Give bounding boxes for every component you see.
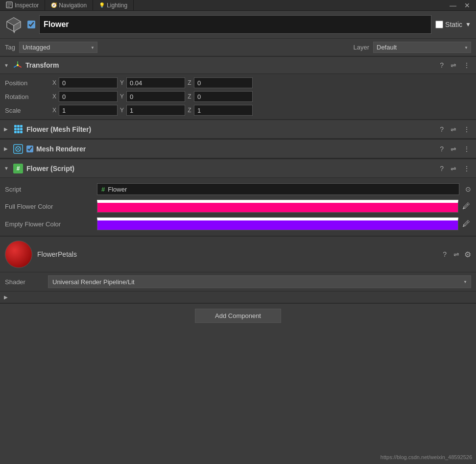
tab-navigation[interactable]: 🧭 Navigation: [45, 0, 93, 10]
rotation-axis-group: X Y Z: [51, 91, 471, 102]
mesh-renderer-header[interactable]: ▶ Mesh Renderer ? ⇌ ⋮: [0, 139, 476, 158]
empty-flower-color-wrapper: 🖉: [97, 218, 471, 230]
position-axis-group: X Y Z: [51, 77, 471, 88]
full-flower-color-swatch[interactable]: [97, 200, 458, 213]
mesh-filter-toggle: ▶: [4, 126, 10, 132]
flower-script-toggle: ▼: [4, 166, 10, 171]
position-z-input[interactable]: [194, 77, 253, 88]
inspector-header: ▼ Static ▼: [0, 11, 476, 39]
static-checkbox[interactable]: [435, 21, 443, 28]
empty-flower-color-swatch[interactable]: [97, 218, 458, 230]
flower-petals-section: FlowerPetals ? ⇌ ⚙ Shader Universal Rend…: [0, 236, 476, 303]
mesh-filter-icon: [13, 124, 24, 135]
position-label: Position: [5, 79, 49, 87]
tag-label: Tag: [5, 44, 15, 51]
mesh-renderer-settings-button[interactable]: ⇌: [449, 144, 458, 154]
script-body: Script # Flower ⊙ Full Flower Color 🖉 Em…: [0, 178, 476, 236]
shader-dropdown-wrapper[interactable]: Universal Render Pipeline/Lit: [48, 275, 471, 288]
mesh-filter-help-button[interactable]: ?: [438, 124, 446, 134]
svg-point-15: [17, 64, 19, 66]
tab-inspector[interactable]: Inspector: [0, 0, 45, 10]
script-value: # Flower: [97, 183, 459, 195]
mesh-filter-menu-button[interactable]: ⋮: [461, 124, 472, 134]
shader-select[interactable]: Universal Render Pipeline/Lit: [48, 275, 471, 288]
shader-label: Shader: [5, 278, 44, 286]
transform-section-header[interactable]: ▼ Transform ? ⇌ ⋮: [0, 56, 476, 74]
mesh-renderer-checkbox[interactable]: [26, 146, 33, 152]
add-component-button[interactable]: Add Component: [195, 309, 281, 323]
toggle-section: ▶: [0, 291, 476, 303]
minimize-button[interactable]: —: [448, 0, 458, 10]
mesh-filter-header[interactable]: ▶ Flower (Mesh Filter) ? ⇌ ⋮: [0, 119, 476, 139]
mesh-filter-actions: ? ⇌ ⋮: [438, 124, 472, 134]
transform-toggle-arrow: ▼: [4, 63, 10, 68]
transform-icon: [13, 60, 23, 70]
flower-script-icon: #: [13, 163, 24, 174]
full-flower-eyedropper[interactable]: 🖉: [461, 201, 471, 212]
tab-inspector-label: Inspector: [15, 2, 39, 9]
layer-dropdown-wrapper[interactable]: Default: [373, 42, 471, 53]
mesh-renderer-toggle: ▶: [4, 146, 10, 151]
layer-select[interactable]: Default: [373, 42, 471, 53]
transform-menu-button[interactable]: ⋮: [461, 60, 472, 70]
enable-checkbox-wrapper[interactable]: [27, 21, 35, 28]
rotation-y-label: Y: [119, 93, 125, 100]
script-target-button[interactable]: ⊙: [465, 185, 471, 193]
inspector-icon: [6, 1, 13, 9]
tab-lighting[interactable]: 💡 Lighting: [93, 0, 134, 10]
tag-dropdown-wrapper[interactable]: Untagged: [19, 42, 97, 53]
transform-settings-button[interactable]: ⇌: [449, 60, 458, 70]
empty-flower-eyedropper[interactable]: 🖉: [461, 219, 471, 229]
transform-help-button[interactable]: ?: [438, 60, 446, 70]
close-button[interactable]: ✕: [462, 0, 472, 10]
flower-script-actions: ? ⇌ ⋮: [438, 164, 472, 173]
empty-flower-color-label: Empty Flower Color: [5, 220, 93, 228]
full-flower-color-row: Full Flower Color 🖉: [0, 197, 476, 215]
transform-title: Transform: [25, 61, 435, 69]
rotation-z-input[interactable]: [194, 91, 253, 102]
add-component-section: Add Component: [0, 303, 476, 328]
scale-label: Scale: [5, 107, 49, 114]
shader-row: Shader Universal Render Pipeline/Lit: [0, 272, 476, 291]
empty-flower-color-row: Empty Flower Color 🖉: [0, 215, 476, 233]
static-label: Static: [445, 21, 462, 28]
position-y-label: Y: [119, 79, 125, 86]
flower-script-header[interactable]: ▼ # Flower (Script) ? ⇌ ⋮: [0, 158, 476, 178]
flower-petals-settings-button[interactable]: ⇌: [452, 249, 461, 259]
rotation-y-input[interactable]: [126, 91, 185, 102]
tab-lighting-label: Lighting: [107, 2, 127, 9]
flower-script-menu-button[interactable]: ⋮: [461, 164, 472, 173]
mesh-renderer-title: Mesh Renderer: [36, 145, 435, 153]
tab-navigation-label: Navigation: [59, 2, 87, 9]
script-hash-icon: #: [101, 186, 105, 193]
static-dropdown-button[interactable]: ▼: [464, 20, 472, 29]
flower-petals-help-button[interactable]: ?: [441, 249, 449, 259]
script-label: Script: [5, 186, 93, 193]
enable-checkbox[interactable]: [27, 21, 35, 28]
flower-script-settings-button[interactable]: ⇌: [449, 164, 458, 173]
tag-layer-row: Tag Untagged Layer Default: [0, 39, 476, 56]
flower-petals-actions: ? ⇌ ⚙: [441, 249, 471, 259]
position-z-label: Z: [186, 79, 193, 86]
mesh-renderer-help-button[interactable]: ?: [438, 144, 446, 154]
scale-z-input[interactable]: [194, 105, 253, 116]
object-name-input[interactable]: [39, 15, 431, 34]
flower-script-help-button[interactable]: ?: [438, 164, 446, 173]
flower-petals-gear-button[interactable]: ⚙: [464, 250, 471, 259]
svg-text:▼: ▼: [12, 30, 16, 33]
scale-y-input[interactable]: [126, 105, 185, 116]
mesh-filter-settings-button[interactable]: ⇌: [449, 124, 458, 134]
petals-toggle-button[interactable]: ▶: [4, 294, 8, 300]
position-row: Position X Y Z: [0, 76, 476, 90]
transform-actions: ? ⇌ ⋮: [438, 60, 472, 70]
mesh-renderer-actions: ? ⇌ ⋮: [438, 144, 472, 154]
scale-row: Scale X Y Z: [0, 103, 476, 117]
rotation-x-input[interactable]: [59, 91, 118, 102]
full-flower-color-label: Full Flower Color: [5, 203, 93, 210]
scale-axis-group: X Y Z: [51, 105, 471, 116]
scale-x-input[interactable]: [59, 105, 118, 116]
position-x-input[interactable]: [59, 77, 118, 88]
position-y-input[interactable]: [126, 77, 185, 88]
mesh-renderer-menu-button[interactable]: ⋮: [461, 144, 472, 154]
tag-select[interactable]: Untagged: [19, 42, 97, 53]
